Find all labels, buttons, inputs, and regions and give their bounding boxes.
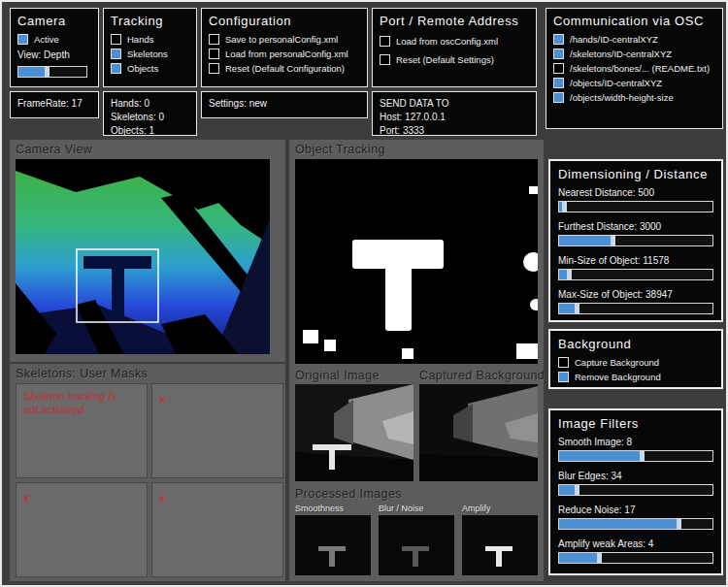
mask-inactive-mark: x	[159, 393, 165, 405]
checkbox-icon[interactable]	[209, 49, 219, 59]
checkbox-icon[interactable]	[553, 92, 564, 103]
tracking-objects-label: Objects	[127, 63, 158, 74]
max-size-label: Max-Size of Object: 38947	[558, 289, 713, 300]
blur-edges-label: Blur Edges: 34	[558, 471, 713, 481]
user-mask-grid: Skeleton tracking is not activated x x x	[16, 383, 280, 577]
settings-box: Settings: new	[201, 91, 368, 118]
tracking-skeletons-label: Skeletons	[127, 49, 168, 59]
objects-count: Objects: 1	[111, 124, 189, 138]
config-load-checkbox[interactable]: Load from personalConfig.xml	[209, 49, 360, 59]
reduce-noise-label: Reduce Noise: 17	[558, 505, 713, 515]
osc-objects-checkbox[interactable]: /objects/ID-centralXYZ	[553, 78, 715, 88]
config-save-checkbox[interactable]: Save to personalConfig.xml	[209, 34, 360, 45]
camera-view-row: View: Depth	[17, 49, 91, 62]
user-mask-2: x	[151, 383, 283, 478]
osc-panel: Communication via OSC /hands/ID-centralX…	[546, 8, 723, 129]
checkbox-icon[interactable]	[209, 34, 219, 45]
user-mask-3: x	[16, 482, 148, 577]
object-tracking-panel: Object Tracking Original Image Captured …	[289, 140, 544, 581]
captured-background-label: Captured Background	[419, 369, 538, 382]
checkbox-icon[interactable]	[209, 63, 219, 74]
nearest-distance-label: Nearest Distance: 500	[558, 187, 713, 198]
configuration-panel-title: Configuration	[209, 14, 360, 28]
checkbox-icon[interactable]	[111, 34, 121, 45]
send-data-box: SEND DATA TO Host: 127.0.0.1 Port: 3333	[372, 91, 537, 136]
tracking-hands-checkbox[interactable]: Hands	[111, 34, 189, 45]
capture-background-label: Capture Background	[575, 357, 659, 368]
config-load-label: Load from personalConfig.xml	[225, 49, 348, 59]
counts-box: Hands: 0 Skeletons: 0 Objects: 1	[103, 91, 197, 136]
config-save-label: Save to personalConfig.xml	[225, 34, 338, 45]
mask-inactive-mark: x	[159, 492, 165, 504]
amplify-image	[462, 515, 538, 575]
port-reset-checkbox[interactable]: Reset (Default Settings)	[380, 54, 529, 65]
settings-value: Settings: new	[209, 97, 360, 111]
camera-view-slider[interactable]	[17, 66, 87, 78]
tracking-panel: Tracking Hands Skeletons Objects	[103, 8, 197, 87]
image-filters-title: Image Filters	[558, 416, 713, 431]
checkbox-icon[interactable]	[553, 49, 564, 59]
configuration-panel: Configuration Save to personalConfig.xml…	[201, 8, 368, 87]
camera-panel: Camera Active View: Depth	[10, 8, 99, 87]
tracking-hands-label: Hands	[127, 34, 153, 45]
checkbox-icon[interactable]	[380, 36, 390, 47]
max-size-slider[interactable]	[558, 303, 713, 314]
amplify-weak-areas-slider[interactable]	[558, 552, 713, 564]
checkbox-icon[interactable]	[380, 54, 390, 65]
checkbox-icon[interactable]	[558, 357, 569, 368]
skeletons-panel-title: Skeletons: User Masks	[16, 367, 280, 380]
smoothness-label: Smoothness	[295, 504, 371, 513]
osc-skeletons-label: /skeletons/ID-centralXYZ	[570, 49, 672, 59]
min-size-slider[interactable]	[558, 269, 713, 280]
framerate-value: FrameRate: 17	[17, 97, 91, 111]
camera-active-checkbox[interactable]: Active	[17, 34, 91, 45]
checkbox-icon[interactable]	[558, 372, 569, 382]
image-filters-panel: Image Filters Smooth Image: 8 Blur Edges…	[548, 408, 723, 575]
mask-inactive-mark: x	[23, 492, 29, 504]
osc-hands-label: /hands/ID-centralXYZ	[570, 34, 658, 45]
checkbox-icon[interactable]	[553, 78, 564, 88]
skeleton-warning-line2: not activated	[23, 404, 83, 415]
amplify-weak-areas-label: Amplify weak Areas: 4	[558, 538, 713, 549]
reduce-noise-slider[interactable]	[558, 518, 713, 530]
osc-bones-label: /skeletons/bones/... (README.txt)	[570, 63, 710, 74]
smooth-image-label: Smooth Image: 8	[558, 437, 713, 447]
min-size-label: Min-Size of Object: 11578	[558, 255, 713, 266]
checkbox-icon[interactable]	[111, 63, 121, 74]
blur-noise-label: Blur / Noise	[379, 504, 454, 513]
skeletons-count: Skeletons: 0	[111, 111, 189, 124]
framerate-box: FrameRate: 17	[10, 91, 99, 118]
captured-background-image	[419, 384, 538, 481]
osc-hands-checkbox[interactable]: /hands/ID-centralXYZ	[553, 34, 715, 45]
capture-background-checkbox[interactable]: Capture Background	[558, 357, 713, 368]
port-load-checkbox[interactable]: Load from oscConfig.xml	[380, 36, 529, 47]
app-window: Camera Active View: Depth Tracking Hands…	[0, 0, 728, 587]
amplify-label: Amplify	[462, 504, 538, 513]
skeletons-panel: Skeletons: User Masks Skeleton tracking …	[10, 364, 285, 581]
config-reset-checkbox[interactable]: Reset (Default Configuration)	[209, 63, 360, 74]
osc-size-label: /objects/width-height-size	[570, 92, 674, 103]
osc-size-checkbox[interactable]: /objects/width-height-size	[553, 92, 715, 103]
view-value: Depth	[44, 49, 70, 60]
camera-panel-title: Camera	[17, 14, 91, 28]
nearest-distance-slider[interactable]	[558, 201, 713, 212]
smooth-image-slider[interactable]	[558, 450, 713, 462]
background-panel: Background Capture Background Remove Bac…	[548, 329, 723, 389]
hands-count: Hands: 0	[111, 97, 189, 111]
checkbox-icon[interactable]	[553, 63, 564, 74]
blur-edges-slider[interactable]	[558, 484, 713, 496]
osc-skeletons-checkbox[interactable]: /skeletons/ID-centralXYZ	[553, 49, 715, 59]
furthest-distance-slider[interactable]	[558, 235, 713, 246]
tracking-objects-checkbox[interactable]: Objects	[111, 63, 189, 74]
checkbox-icon[interactable]	[553, 34, 564, 45]
original-image	[295, 384, 414, 481]
checkbox-icon[interactable]	[111, 49, 121, 59]
threshold-image	[295, 159, 538, 364]
osc-panel-title: Communication via OSC	[553, 14, 715, 28]
tracking-skeletons-checkbox[interactable]: Skeletons	[111, 49, 189, 59]
osc-bones-checkbox[interactable]: /skeletons/bones/... (README.txt)	[553, 63, 715, 74]
remove-background-checkbox[interactable]: Remove Background	[558, 372, 713, 382]
processed-images-label: Processed Images	[295, 487, 538, 501]
checkbox-icon[interactable]	[17, 34, 28, 45]
original-image-label: Original Image	[295, 369, 414, 382]
